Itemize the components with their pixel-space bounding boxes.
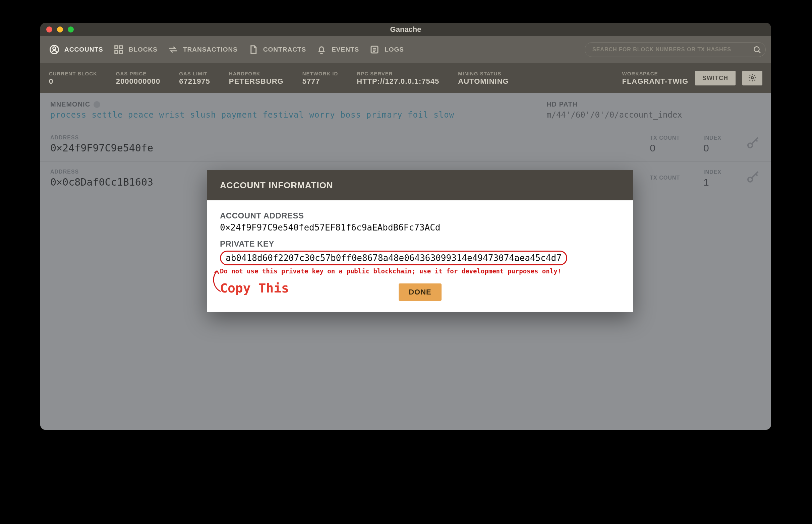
- main-nav: ACCOUNTS BLOCKS TRANSACTIONS CONTRACTS: [40, 36, 771, 63]
- stat-gas-limit: GAS LIMIT 6721975: [179, 71, 210, 86]
- hd-path: m/44'/60'/0'/0/account_index: [546, 110, 761, 120]
- nav-label: EVENTS: [332, 46, 359, 53]
- address-label: ADDRESS: [50, 169, 153, 175]
- stat-network-id: NETWORK ID 5777: [302, 71, 338, 86]
- list-icon: [368, 44, 381, 55]
- index-value: 0: [703, 142, 709, 154]
- nav-contracts[interactable]: CONTRACTS: [247, 44, 306, 55]
- mnemonic-label: MNEMONIC: [50, 100, 526, 108]
- index-label: INDEX: [703, 135, 721, 141]
- stat-value: AUTOMINING: [458, 77, 509, 86]
- txcount-label: TX COUNT: [650, 175, 680, 181]
- txcount-value: 0: [650, 142, 655, 154]
- grid-icon: [113, 44, 125, 55]
- nav-transactions[interactable]: TRANSACTIONS: [167, 44, 238, 55]
- search-wrap: [585, 42, 763, 57]
- index-value: 1: [703, 177, 709, 188]
- nav-label: TRANSACTIONS: [183, 46, 238, 53]
- nav-accounts[interactable]: ACCOUNTS: [48, 44, 103, 55]
- stat-value: 5777: [302, 77, 338, 86]
- status-bar: CURRENT BLOCK 0 GAS PRICE 2000000000 GAS…: [40, 63, 771, 93]
- show-keys-button[interactable]: [745, 138, 761, 150]
- svg-point-10: [748, 177, 752, 182]
- svg-rect-2: [115, 46, 118, 49]
- nav-blocks[interactable]: BLOCKS: [113, 44, 158, 55]
- modal-private-key-label: PRIVATE KEY: [220, 239, 620, 249]
- stat-current-block: CURRENT BLOCK 0: [49, 71, 97, 86]
- gear-icon: [748, 73, 757, 83]
- swap-icon: [167, 44, 179, 55]
- stat-value: 0: [49, 77, 97, 86]
- account-row: ADDRESS 0×24f9F97C9e540fe TX COUNT 0 IND…: [40, 127, 771, 161]
- svg-point-1: [53, 47, 56, 50]
- modal-address-label: ACCOUNT ADDRESS: [220, 211, 620, 220]
- svg-point-7: [754, 47, 759, 52]
- modal-address-value: 0×24f9F97C9e540fed57EF81f6c9aEAbdB6Fc73A…: [220, 223, 620, 232]
- titlebar: Ganache: [40, 23, 771, 36]
- stat-workspace: WORKSPACE FLAGRANT-TWIG: [622, 71, 688, 86]
- stat-label: NETWORK ID: [302, 71, 338, 77]
- svg-rect-3: [120, 46, 122, 49]
- stat-label: MINING STATUS: [458, 71, 509, 77]
- stat-rpc-server: RPC SERVER HTTP://127.0.0.1:7545: [357, 71, 439, 86]
- stat-label: WORKSPACE: [622, 71, 688, 77]
- switch-workspace-button[interactable]: SWITCH: [695, 71, 735, 85]
- stat-label: GAS PRICE: [116, 71, 160, 77]
- account-address: 0×24f9F97C9e540fe: [50, 142, 153, 154]
- info-icon[interactable]: [94, 101, 100, 108]
- mnemonic-phrase: process settle peace wrist slush payment…: [50, 110, 526, 120]
- stat-value: FLAGRANT-TWIG: [622, 77, 688, 86]
- address-label: ADDRESS: [50, 135, 153, 141]
- user-icon: [48, 44, 60, 55]
- stat-value: 6721975: [179, 77, 210, 86]
- hd-path-label: HD PATH: [546, 100, 761, 108]
- nav-label: ACCOUNTS: [64, 46, 103, 53]
- window-title: Ganache: [40, 25, 771, 34]
- stat-value: HTTP://127.0.0.1:7545: [357, 77, 439, 86]
- nav-label: CONTRACTS: [263, 46, 306, 53]
- key-icon: [746, 137, 760, 151]
- svg-rect-4: [115, 51, 118, 54]
- search-icon[interactable]: [751, 44, 763, 55]
- key-icon: [746, 171, 760, 185]
- txcount-label: TX COUNT: [650, 135, 680, 141]
- bell-icon: [316, 44, 328, 55]
- account-address: 0×0c8Daf0Cc1B1603: [50, 176, 153, 188]
- stat-label: GAS LIMIT: [179, 71, 210, 77]
- mnemonic-section: MNEMONIC process settle peace wrist slus…: [40, 93, 771, 127]
- stat-value: PETERSBURG: [229, 77, 284, 86]
- app-window: Ganache ACCOUNTS BLOCKS TRANSACTIONS: [40, 23, 771, 430]
- settings-button[interactable]: [742, 71, 762, 85]
- copy-this-annotation: Copy This: [220, 281, 620, 295]
- private-key-highlight: ab0418d60f2207c30c57b0ff0e8678a48e064363…: [220, 251, 567, 265]
- stat-value: 2000000000: [116, 77, 160, 86]
- search-input[interactable]: [585, 42, 766, 57]
- stat-gas-price: GAS PRICE 2000000000: [116, 71, 160, 86]
- nav-logs[interactable]: LOGS: [368, 44, 404, 55]
- index-label: INDEX: [703, 169, 721, 175]
- nav-label: BLOCKS: [129, 46, 158, 53]
- stat-label: HARDFORK: [229, 71, 284, 77]
- private-key-warning: Do not use this private key on a public …: [220, 267, 620, 275]
- nav-label: LOGS: [384, 46, 404, 53]
- stat-label: RPC SERVER: [357, 71, 439, 77]
- svg-point-8: [751, 77, 754, 79]
- stat-label: CURRENT BLOCK: [49, 71, 97, 77]
- svg-rect-5: [120, 51, 122, 54]
- account-info-modal: ACCOUNT INFORMATION ACCOUNT ADDRESS 0×24…: [207, 170, 633, 312]
- stat-mining-status: MINING STATUS AUTOMINING: [458, 71, 509, 86]
- svg-point-9: [748, 143, 752, 147]
- nav-events[interactable]: EVENTS: [316, 44, 359, 55]
- stat-hardfork: HARDFORK PETERSBURG: [229, 71, 284, 86]
- modal-private-key-value[interactable]: ab0418d60f2207c30c57b0ff0e8678a48e064363…: [226, 253, 561, 263]
- show-keys-button[interactable]: [745, 173, 761, 185]
- document-icon: [247, 44, 259, 55]
- modal-title: ACCOUNT INFORMATION: [207, 170, 633, 200]
